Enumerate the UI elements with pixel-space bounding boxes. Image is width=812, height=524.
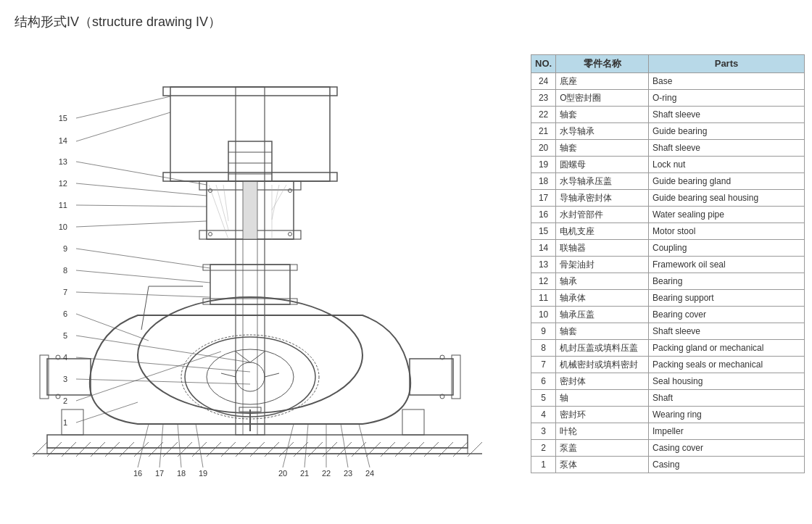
row-cn-name: 轴承压盖 [556, 306, 649, 323]
row-number: 18 [531, 172, 556, 189]
row-en-name: Bearing cover [648, 306, 804, 323]
table-row: 23O型密封圈O-ring [531, 89, 805, 106]
row-number: 5 [531, 389, 556, 406]
row-en-name: Lock nut [648, 156, 804, 172]
svg-text:21: 21 [300, 469, 309, 478]
row-number: 19 [531, 156, 556, 172]
svg-rect-39 [236, 87, 265, 435]
svg-point-128 [209, 233, 212, 236]
table-row: 16水封管部件Water sealing pipe [531, 206, 805, 223]
svg-line-74 [76, 162, 207, 185]
table-row: 5轴Shaft [531, 389, 805, 406]
row-en-name: Wearing ring [648, 406, 804, 423]
row-number: 8 [531, 339, 556, 356]
table-row: 18水导轴承压盖Guide bearing gland [531, 172, 805, 189]
svg-text:23: 23 [344, 469, 352, 478]
row-en-name: Shaft [648, 389, 804, 406]
svg-text:17: 17 [155, 469, 164, 478]
row-cn-name: 密封环 [556, 406, 649, 423]
row-cn-name: 水封管部件 [556, 206, 649, 223]
table-row: 17导轴承密封体Guide bearing seal housing [531, 189, 805, 206]
svg-line-9 [91, 442, 105, 457]
svg-line-72 [76, 96, 170, 118]
svg-line-11 [120, 442, 134, 457]
row-en-name: Framework oil seal [648, 256, 804, 273]
svg-line-32 [424, 442, 439, 457]
svg-line-25 [323, 442, 337, 457]
row-number: 6 [531, 373, 556, 389]
svg-line-120 [209, 185, 228, 239]
svg-text:6: 6 [63, 309, 67, 318]
row-number: 12 [531, 273, 556, 289]
row-cn-name: 轴套 [556, 139, 649, 156]
svg-line-79 [76, 270, 210, 283]
row-cn-name: 泵盖 [556, 439, 649, 456]
row-cn-name: 轴套 [556, 323, 649, 339]
row-en-name: Packing seals or mechanical [648, 356, 804, 373]
svg-line-92 [304, 424, 308, 467]
row-cn-name: 联轴器 [556, 239, 649, 256]
svg-line-6 [47, 442, 62, 457]
svg-text:15: 15 [59, 114, 67, 122]
svg-line-34 [453, 442, 468, 457]
row-en-name: Base [648, 72, 804, 89]
table-row: 15电机支座Motor stool [531, 223, 805, 239]
row-number: 24 [531, 72, 556, 89]
row-number: 21 [531, 122, 556, 139]
row-en-name: Shaft sleeve [648, 139, 804, 156]
row-cn-name: 轴承体 [556, 289, 649, 306]
table-row: 1泵体Casing [531, 456, 805, 473]
svg-text:10: 10 [59, 223, 67, 231]
row-en-name: Bearing support [648, 289, 804, 306]
table-row: 14联轴器Coupling [531, 239, 805, 256]
table-row: 20轴套Shaft sleeve [531, 139, 805, 156]
svg-line-22 [279, 442, 294, 457]
table-row: 19圆螺母Lock nut [531, 156, 805, 172]
row-cn-name: 骨架油封 [556, 256, 649, 273]
svg-line-28 [366, 442, 381, 457]
row-cn-name: 轴承 [556, 273, 649, 289]
svg-line-19 [236, 442, 250, 457]
table-row: 11轴承体Bearing support [531, 289, 805, 306]
structure-diagram: 15 14 13 12 11 10 9 8 7 6 5 4 3 2 1 16 1… [4, 40, 511, 489]
svg-rect-50 [410, 359, 453, 395]
row-cn-name: 泵体 [556, 456, 649, 473]
svg-rect-1 [47, 448, 468, 454]
svg-line-17 [207, 442, 221, 457]
table-row: 22轴套Shaft sleeve [531, 106, 805, 122]
svg-line-58 [221, 373, 236, 377]
svg-line-91 [283, 424, 294, 467]
row-cn-name: 底座 [556, 72, 649, 89]
row-en-name: Bearing [648, 273, 804, 289]
row-en-name: Water sealing pipe [648, 206, 804, 223]
svg-line-94 [341, 424, 348, 467]
row-en-name: Casing [648, 456, 804, 473]
svg-line-21 [265, 442, 279, 457]
svg-line-31 [410, 442, 424, 457]
row-cn-name: 导轴承密封体 [556, 189, 649, 206]
svg-line-76 [76, 205, 207, 207]
row-number: 4 [531, 406, 556, 423]
svg-line-14 [163, 442, 178, 457]
svg-line-90 [196, 424, 203, 467]
svg-line-125 [272, 185, 286, 210]
row-number: 23 [531, 89, 556, 106]
svg-text:12: 12 [59, 179, 67, 188]
row-en-name: Guide bearing gland [648, 172, 804, 189]
row-en-name: Packing gland or mechanical [648, 339, 804, 356]
svg-rect-45 [203, 265, 297, 270]
row-en-name: Coupling [648, 239, 804, 256]
row-number: 11 [531, 289, 556, 306]
header-cn: 零件名称 [556, 55, 649, 73]
svg-line-33 [439, 442, 453, 457]
row-cn-name: 密封体 [556, 373, 649, 389]
svg-line-35 [468, 442, 482, 457]
svg-line-73 [76, 112, 170, 141]
svg-text:1: 1 [63, 418, 67, 427]
svg-line-8 [76, 442, 91, 457]
svg-line-75 [76, 183, 207, 196]
svg-text:8: 8 [63, 266, 67, 275]
svg-line-10 [105, 442, 120, 457]
svg-line-83 [76, 357, 250, 372]
row-number: 3 [531, 423, 556, 439]
